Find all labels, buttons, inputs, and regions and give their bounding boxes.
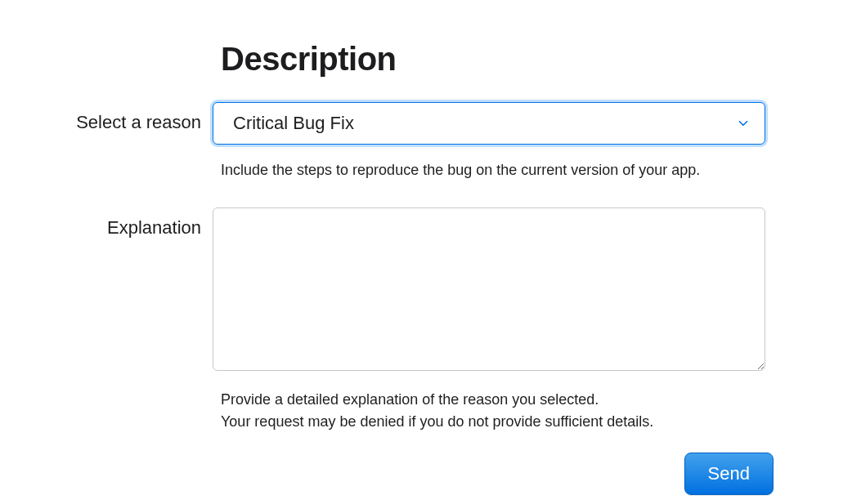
- reason-input-col: Critical Bug Fix: [213, 102, 765, 145]
- explanation-input-col: [213, 207, 765, 374]
- explanation-textarea[interactable]: [213, 207, 765, 371]
- reason-select[interactable]: Critical Bug Fix: [213, 102, 765, 145]
- reason-helper-text: Include the steps to reproduce the bug o…: [221, 159, 773, 181]
- button-row: Send: [221, 453, 773, 495]
- explanation-label: Explanation: [57, 207, 213, 239]
- explanation-row: Explanation: [57, 207, 786, 374]
- explanation-helper-line1: Provide a detailed explanation of the re…: [221, 389, 773, 411]
- send-button[interactable]: Send: [684, 453, 773, 495]
- reason-label: Select a reason: [57, 102, 213, 133]
- explanation-helper-line2: Your request may be denied if you do not…: [221, 411, 773, 433]
- reason-row: Select a reason Critical Bug Fix: [57, 102, 786, 145]
- explanation-helper: Provide a detailed explanation of the re…: [221, 389, 773, 433]
- page-title: Description: [221, 41, 786, 78]
- description-form: Description Select a reason Critical Bug…: [57, 41, 786, 495]
- reason-select-wrapper: Critical Bug Fix: [213, 102, 765, 145]
